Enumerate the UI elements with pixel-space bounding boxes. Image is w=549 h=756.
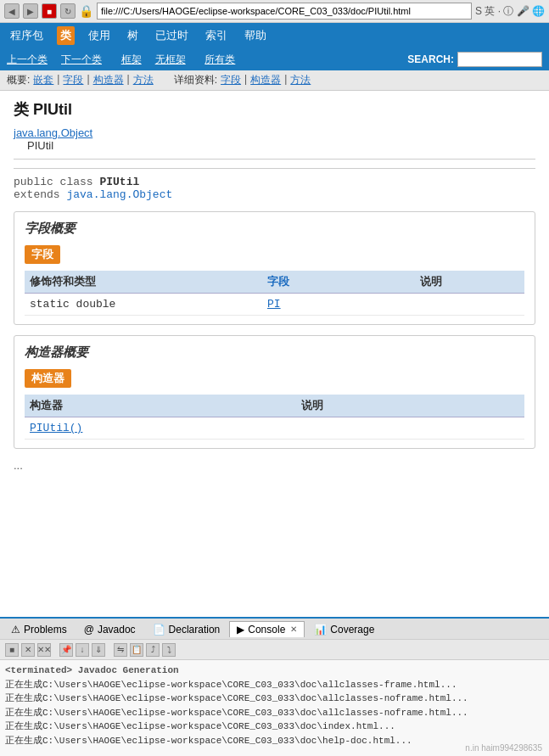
table-row[interactable]: static double PI <box>25 294 524 316</box>
field-row-field[interactable]: PI <box>267 298 420 311</box>
tab-javadoc[interactable]: @ Javadoc <box>76 621 143 637</box>
allclasses-link[interactable]: 所有类 <box>204 53 235 67</box>
declaration-line2: extends java.lang.Object <box>14 188 535 201</box>
main-content: 类 PIUtil java.lang.Object PIUtil public … <box>0 91 549 540</box>
next-class-link[interactable]: 下一个类 <box>61 53 102 67</box>
field-table-header: 修饰符和类型 字段 说明 <box>25 271 524 294</box>
console-pin-btn[interactable]: 📌 <box>59 643 73 657</box>
javadoc-search: SEARCH: <box>407 52 542 67</box>
console-line-1: 正在生成C:\Users\HAOGE\eclipse-workspace\COR… <box>5 678 544 692</box>
detail-constructor-link[interactable]: 构造器 <box>250 73 281 87</box>
console-export-btn[interactable]: ⤴ <box>146 643 160 657</box>
constructor-header-name: 构造器 <box>30 398 301 413</box>
constructor-header-desc: 说明 <box>301 398 519 413</box>
tab-declaration[interactable]: 📄 Declaration <box>145 621 228 637</box>
constructor-row-name[interactable]: PIUtil() <box>30 422 301 434</box>
detail-prefix: 详细资料: <box>174 73 217 87</box>
menu-class[interactable]: 类 <box>57 26 75 45</box>
console-area: ■ ✕ ✕✕ 📌 ↓ ⇓ ⇋ 📋 ⤴ ⤵ <terminated> Javado… <box>0 639 549 756</box>
menu-package[interactable]: 程序包 <box>7 26 47 45</box>
console-line-5: 正在生成C:\Users\HAOGE\eclipse-workspace\COR… <box>5 734 544 748</box>
tab-declaration-label: Declaration <box>169 624 221 636</box>
console-close-btn[interactable]: ✕✕ <box>37 643 51 657</box>
detail-method-link[interactable]: 方法 <box>290 73 311 87</box>
tab-console-label: Console <box>248 624 285 636</box>
field-header-field: 字段 <box>267 274 420 289</box>
constructor-badge: 构造器 <box>25 369 71 388</box>
security-icon: 🔒 <box>79 4 93 18</box>
console-toolbar: ■ ✕ ✕✕ 📌 ↓ ⇓ ⇋ 📋 ⤴ ⤵ <box>0 640 549 660</box>
console-scroll-btn2[interactable]: ⇓ <box>92 643 105 657</box>
tab-coverage-label: Coverage <box>330 624 374 636</box>
field-row-desc <box>420 298 519 311</box>
refresh-button[interactable]: ↻ <box>60 3 76 19</box>
problems-icon: ⚠ <box>11 624 20 636</box>
menu-help[interactable]: 帮助 <box>241 26 270 45</box>
current-class: PIUtil <box>14 139 535 152</box>
summary-method-link[interactable]: 方法 <box>133 73 154 87</box>
menu-deprecated[interactable]: 已过时 <box>152 26 192 45</box>
console-line-4: 正在生成C:\Users\HAOGE\eclipse-workspace\COR… <box>5 720 544 734</box>
console-icon: ▶ <box>237 624 244 636</box>
menu-use[interactable]: 使用 <box>85 26 114 45</box>
field-section: 字段概要 字段 修饰符和类型 字段 说明 static double PI <box>14 211 535 325</box>
field-section-heading: 字段概要 <box>25 221 524 237</box>
watermark: n.in haim994298635 <box>465 743 542 753</box>
console-output: <terminated> Javadoc Generation 正在生成C:\U… <box>0 660 549 751</box>
menu-index[interactable]: 索引 <box>202 26 231 45</box>
parent-class-link[interactable]: java.lang.Object <box>14 126 535 139</box>
console-clear-btn[interactable]: ✕ <box>21 643 35 657</box>
field-header-desc: 说明 <box>420 274 519 289</box>
forward-button[interactable]: ▶ <box>23 3 38 19</box>
tab-problems-label: Problems <box>24 624 67 636</box>
field-header-modifier: 修饰符和类型 <box>30 274 267 289</box>
noframe-link[interactable]: 无框架 <box>155 53 186 67</box>
console-stop-btn[interactable]: ■ <box>5 643 19 657</box>
summary-constructor-link[interactable]: 构造器 <box>93 73 124 87</box>
declaration-icon: 📄 <box>153 624 165 636</box>
coverage-icon: 📊 <box>314 624 327 636</box>
frame-link[interactable]: 框架 <box>121 53 142 67</box>
tab-problems[interactable]: ⚠ Problems <box>3 621 75 637</box>
summary-prefix: 概要: <box>7 73 30 87</box>
back-button[interactable]: ◀ <box>4 3 20 19</box>
console-import-btn[interactable]: ⤵ <box>162 643 176 657</box>
table-row[interactable]: PIUtil() <box>25 417 524 440</box>
search-label: SEARCH: <box>407 53 454 65</box>
inheritance-tree: java.lang.Object PIUtil <box>14 126 535 152</box>
summary-nested-link[interactable]: 嵌套 <box>33 73 53 87</box>
detail-field-link[interactable]: 字段 <box>221 73 241 87</box>
console-word-wrap-btn[interactable]: ⇋ <box>114 643 127 657</box>
bottom-tabs: ⚠ Problems @ Javadoc 📄 Declaration ▶ Con… <box>0 617 549 639</box>
console-copy-btn[interactable]: 📋 <box>130 643 143 657</box>
console-line-3: 正在生成C:\Users\HAOGE\eclipse-workspace\COR… <box>5 706 544 720</box>
field-row-modifier: static double <box>30 298 267 311</box>
class-title: 类 PIUtil <box>14 99 535 120</box>
browser-toolbar: ◀ ▶ ■ ↻ 🔒 S 英 · ⓘ 🎤 🌐 <box>0 0 549 23</box>
console-terminated-line: <terminated> Javadoc Generation <box>5 664 544 678</box>
console-scroll-btn1[interactable]: ↓ <box>76 643 89 657</box>
stop-button[interactable]: ■ <box>42 3 57 19</box>
prev-class-link[interactable]: 上一个类 <box>7 53 48 67</box>
tab-javadoc-label: Javadoc <box>98 624 136 636</box>
tab-console-close[interactable]: ✕ <box>290 624 297 634</box>
class-declaration: public class PIUtil extends java.lang.Ob… <box>14 168 535 201</box>
address-bar[interactable] <box>97 3 472 20</box>
menu-tree[interactable]: 树 <box>124 26 142 45</box>
declaration-line1: public class PIUtil <box>14 176 535 188</box>
javadoc-nav-links: 上一个类 下一个类 框架 无框架 所有类 <box>7 53 235 67</box>
summary-field-link[interactable]: 字段 <box>63 73 83 87</box>
constructor-section: 构造器概要 构造器 构造器 说明 PIUtil() <box>14 335 535 449</box>
field-badge: 字段 <box>25 245 60 264</box>
more-indicator: ... <box>14 459 535 472</box>
constructor-table-header: 构造器 说明 <box>25 395 524 417</box>
constructor-section-heading: 构造器概要 <box>25 344 524 361</box>
search-input[interactable] <box>457 52 542 67</box>
javadoc-navbar: 上一个类 下一个类 框架 无框架 所有类 SEARCH: <box>0 48 549 70</box>
constructor-row-desc <box>301 422 519 434</box>
app-menubar: 程序包 类 使用 树 已过时 索引 帮助 <box>0 23 549 48</box>
tab-coverage[interactable]: 📊 Coverage <box>306 621 382 637</box>
summary-bar: 概要: 嵌套 | 字段 | 构造器 | 方法 详细资料: 字段 | 构造器 | … <box>0 70 549 91</box>
browser-right-icons: S 英 · ⓘ 🎤 🌐 <box>475 4 545 19</box>
tab-console[interactable]: ▶ Console ✕ <box>229 621 305 637</box>
